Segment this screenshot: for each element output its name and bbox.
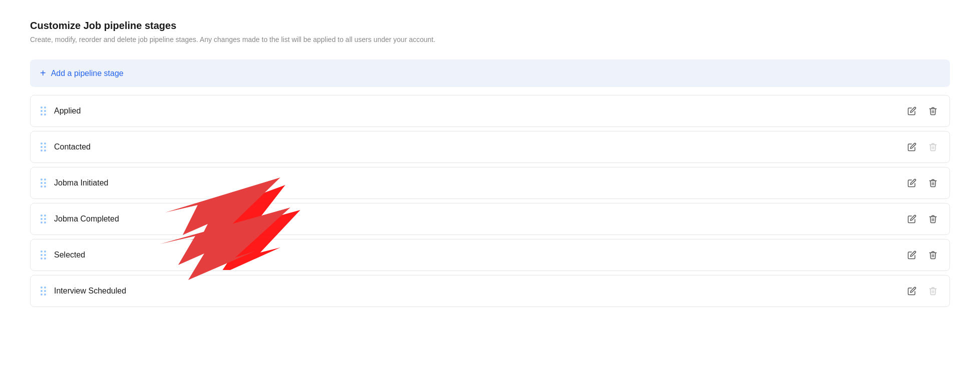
drag-handle-icon[interactable] — [41, 178, 46, 188]
edit-button[interactable] — [905, 104, 918, 118]
stage-item: Applied — [30, 95, 950, 127]
stage-actions — [905, 104, 939, 118]
delete-button[interactable] — [926, 104, 939, 118]
delete-button — [926, 140, 939, 154]
stage-actions — [905, 212, 939, 226]
stage-item: Contacted — [30, 131, 950, 163]
edit-icon — [907, 250, 916, 260]
stage-name: Jobma Completed — [54, 214, 905, 224]
edit-icon — [907, 178, 916, 188]
delete-icon — [928, 214, 937, 224]
stage-actions — [905, 248, 939, 262]
delete-button — [926, 284, 939, 298]
drag-handle-icon[interactable] — [41, 106, 46, 116]
delete-icon — [928, 286, 937, 296]
edit-button[interactable] — [905, 140, 918, 154]
delete-button[interactable] — [926, 248, 939, 262]
edit-icon — [907, 286, 916, 296]
drag-handle-icon[interactable] — [41, 142, 46, 152]
stage-actions — [905, 284, 939, 298]
stage-name: Contacted — [54, 142, 905, 152]
delete-icon — [928, 250, 937, 260]
stage-name: Selected — [54, 250, 905, 260]
add-stage-label: Add a pipeline stage — [51, 69, 124, 78]
stage-item: Selected — [30, 239, 950, 271]
add-pipeline-stage-button[interactable]: + Add a pipeline stage — [30, 60, 950, 87]
drag-handle-icon[interactable] — [41, 286, 46, 296]
drag-handle-icon[interactable] — [41, 250, 46, 260]
stage-item: Jobma Completed — [30, 203, 950, 235]
plus-icon: + — [40, 68, 46, 79]
stage-actions — [905, 176, 939, 190]
edit-button[interactable] — [905, 176, 918, 190]
stage-actions — [905, 140, 939, 154]
delete-icon — [928, 178, 937, 188]
page-subtitle: Create, modify, reorder and delete job p… — [30, 36, 950, 44]
delete-button[interactable] — [926, 176, 939, 190]
drag-handle-icon[interactable] — [41, 214, 46, 224]
stage-name: Interview Scheduled — [54, 286, 905, 296]
edit-button[interactable] — [905, 248, 918, 262]
stage-name: Applied — [54, 106, 905, 116]
edit-icon — [907, 214, 916, 224]
delete-icon — [928, 142, 937, 152]
stage-list: Applied — [30, 95, 950, 311]
edit-icon — [907, 106, 916, 116]
edit-button[interactable] — [905, 212, 918, 226]
page-title: Customize Job pipeline stages — [30, 20, 950, 32]
edit-button[interactable] — [905, 284, 918, 298]
stage-name: Jobma Initiated — [54, 178, 905, 188]
delete-button[interactable] — [926, 212, 939, 226]
stage-item: Interview Scheduled — [30, 275, 950, 307]
delete-icon — [928, 106, 937, 116]
stage-item: Jobma Initiated — [30, 167, 950, 199]
edit-icon — [907, 142, 916, 152]
